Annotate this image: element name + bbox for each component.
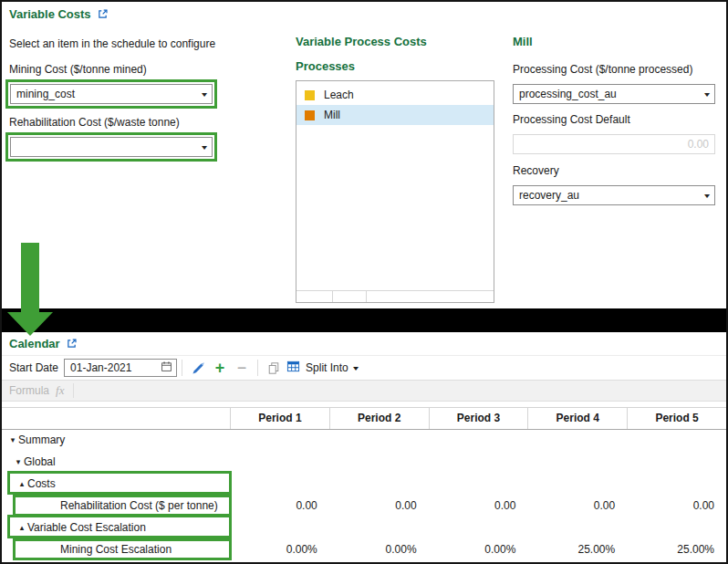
row-label: Mining Cost Escalation <box>60 543 172 556</box>
grid-cell[interactable]: 0.00% <box>429 543 528 556</box>
open-external-icon[interactable] <box>66 338 78 350</box>
toolbar-separator <box>182 360 182 376</box>
variable-costs-header: Variable Costs <box>9 7 109 21</box>
copy-button[interactable] <box>263 357 285 379</box>
split-into-label: Split Into <box>306 361 348 374</box>
period-column-header[interactable]: Period 5 <box>627 408 726 429</box>
chevron-down-icon: ▾ <box>704 192 710 200</box>
rehabilitation-cost-label: Rehabilitation Cost ($/waste tonne) <box>9 116 180 129</box>
mining-cost-value: mining_cost <box>16 88 75 100</box>
variable-costs-title: Variable Costs <box>9 7 91 21</box>
annotation-arrow <box>21 243 39 312</box>
row-label-column-header <box>2 408 230 429</box>
list-footer <box>296 290 494 302</box>
start-date-label: Start Date <box>9 361 58 374</box>
processing-cost-default-input[interactable] <box>513 134 715 154</box>
open-external-icon[interactable] <box>97 8 109 20</box>
grid-cell[interactable]: 25.00% <box>627 543 726 556</box>
process-color-swatch <box>305 90 315 100</box>
processing-cost-select[interactable]: processing_cost_au ▾ <box>513 84 715 104</box>
chevron-down-icon: ▾ <box>353 364 359 372</box>
grid-row-costs: ▴ Costs <box>2 473 726 495</box>
formula-separator <box>73 383 74 398</box>
grid-header-row: Period 1 Period 2 Period 3 Period 4 Peri… <box>2 407 726 430</box>
split-into-button[interactable]: Split Into ▾ <box>286 360 358 376</box>
calendar-title: Calendar <box>9 337 60 350</box>
processing-cost-label: Processing Cost ($/tonne processed) <box>513 63 692 76</box>
processing-cost-value: processing_cost_au <box>519 88 617 100</box>
start-date-value: 01-Jan-2021 <box>70 361 157 374</box>
recovery-label: Recovery <box>513 164 559 177</box>
calendar-toolbar: Start Date 01-Jan-2021 + − Split <box>2 356 726 380</box>
grid-cell[interactable]: 0.00 <box>230 499 329 512</box>
collapse-triangle-icon[interactable]: ▴ <box>16 523 27 532</box>
remove-period-button[interactable]: − <box>231 357 253 379</box>
calendar-panel: Calendar Start Date 01-Jan-2021 + − <box>2 332 726 562</box>
recovery-select[interactable]: recovery_au ▾ <box>513 185 715 205</box>
annotation-arrow-head <box>7 312 53 336</box>
plus-icon: + <box>215 360 225 376</box>
section-divider <box>0 308 728 332</box>
chevron-down-icon: ▾ <box>704 90 710 99</box>
chevron-down-icon: ▾ <box>202 90 207 99</box>
row-label: Costs <box>27 477 56 490</box>
grid-cell[interactable]: 0.00 <box>527 499 627 512</box>
mill-title: Mill <box>513 35 533 48</box>
recovery-value: recovery_au <box>519 189 579 202</box>
pick-tool-button[interactable] <box>187 357 209 379</box>
processes-subtitle: Processes <box>296 59 355 73</box>
variable-process-costs-title: Variable Process Costs <box>296 35 427 48</box>
grid-cell[interactable]: 0.00% <box>230 543 329 556</box>
calendar-header: Calendar <box>2 332 726 356</box>
fx-icon: fx <box>56 383 64 398</box>
row-label: Variable Cost Escalation <box>27 521 146 534</box>
processes-list: Leach Mill <box>296 80 494 303</box>
mining-cost-label: Mining Cost ($/tonne mined) <box>9 63 147 76</box>
instruction-text: Select an item in the schedule to config… <box>9 37 215 50</box>
process-color-swatch <box>305 110 315 120</box>
period-column-header[interactable]: Period 3 <box>429 408 528 429</box>
rehabilitation-cost-select[interactable]: ▾ <box>10 137 213 157</box>
row-label: Global <box>24 455 56 468</box>
grid-cell[interactable]: 0.00 <box>627 499 726 512</box>
period-column-header[interactable]: Period 1 <box>230 408 329 429</box>
mining-cost-select[interactable]: mining_cost ▾ <box>10 84 213 104</box>
collapse-triangle-icon[interactable]: ▾ <box>13 457 24 466</box>
grid-cell[interactable]: 0.00% <box>329 543 429 556</box>
minus-icon: − <box>237 360 247 376</box>
collapse-triangle-icon[interactable]: ▴ <box>16 479 27 488</box>
grid-row-variable-cost-escalation: ▴ Variable Cost Escalation <box>2 517 726 538</box>
add-period-button[interactable]: + <box>209 357 231 379</box>
process-item-mill[interactable]: Mill <box>296 105 494 125</box>
grid-cell[interactable]: 25.00% <box>527 543 627 556</box>
calendar-grid-icon <box>286 360 300 376</box>
grid-cell[interactable]: 0.00 <box>429 499 528 512</box>
process-item-label: Leach <box>324 89 354 101</box>
process-item-leach[interactable]: Leach <box>296 85 494 105</box>
start-date-input[interactable]: 01-Jan-2021 <box>64 359 177 377</box>
grid-row-mining-cost-escalation: Mining Cost Escalation 0.00% 0.00% 0.00%… <box>2 538 726 560</box>
formula-label: Formula <box>9 384 49 397</box>
row-label: Summary <box>18 433 65 446</box>
toolbar-separator <box>257 360 258 376</box>
period-column-header[interactable]: Period 2 <box>329 408 429 429</box>
grid-cell[interactable]: 0.00 <box>329 499 429 512</box>
process-item-label: Mill <box>324 109 340 121</box>
collapse-triangle-icon[interactable]: ▾ <box>7 435 18 444</box>
period-column-header[interactable]: Period 4 <box>527 408 627 429</box>
chevron-down-icon: ▾ <box>202 143 207 151</box>
grid-row-global: ▾ Global <box>2 451 726 473</box>
processing-cost-default-label: Processing Cost Default <box>513 113 630 126</box>
date-picker-icon[interactable] <box>161 360 172 375</box>
grid-row-rehabilitation-cost: Rehabilitation Cost ($ per tonne) 0.00 0… <box>2 495 726 517</box>
app-window: Variable Costs Select an item in the sch… <box>0 0 728 564</box>
row-label: Rehabilitation Cost ($ per tonne) <box>60 499 218 512</box>
grid-row-summary: ▾ Summary <box>2 429 726 451</box>
formula-bar: Formula fx <box>2 380 726 402</box>
